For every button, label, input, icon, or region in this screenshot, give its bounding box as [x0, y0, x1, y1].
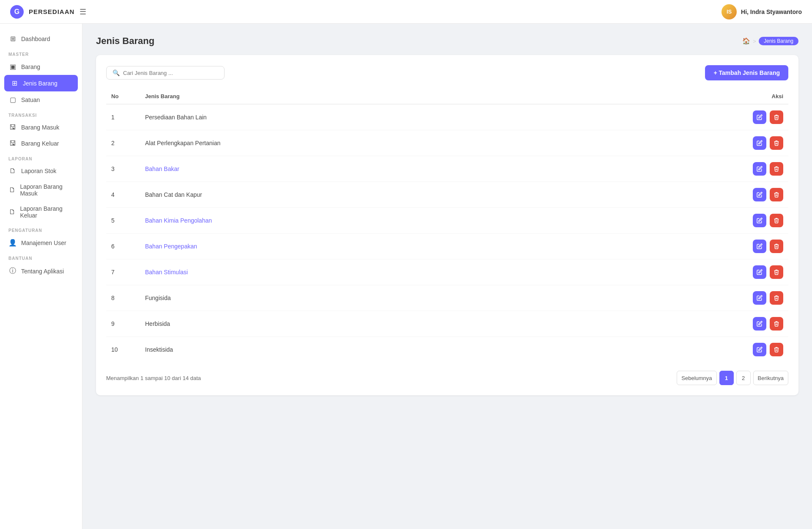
sidebar-label-barang-masuk: Barang Masuk: [21, 124, 59, 131]
top-navbar: G PERSEDIAAN ☰ IS Hi, Indra Styawantoro: [0, 0, 812, 24]
cell-jenis-barang: Alat Perlengkapan Pertanian: [140, 130, 738, 156]
cell-jenis-barang: Bahan Cat dan Kapur: [140, 182, 738, 208]
edit-button[interactable]: [753, 265, 766, 279]
cell-no: 4: [106, 182, 140, 208]
table-row: 6Bahan Pengepakan: [106, 234, 788, 259]
table-row: 5Bahan Kimia Pengolahan: [106, 208, 788, 234]
edit-button[interactable]: [753, 188, 766, 201]
dashboard-icon: ⊞: [8, 35, 17, 43]
table-row: 2Alat Perlengkapan Pertanian: [106, 130, 788, 156]
table-row: 9Herbisida: [106, 311, 788, 337]
cell-jenis-barang: Persediaan Bahan Lain: [140, 104, 738, 130]
action-buttons: [743, 110, 783, 124]
cell-aksi: [738, 208, 788, 234]
app-logo: G: [10, 5, 24, 19]
sidebar-item-laporan-keluar[interactable]: 🗋 Laporan Barang Keluar: [0, 201, 82, 223]
page-1-button[interactable]: 1: [719, 371, 734, 385]
action-buttons: [743, 343, 783, 356]
cell-no: 9: [106, 311, 140, 337]
edit-button[interactable]: [753, 317, 766, 331]
edit-button[interactable]: [753, 240, 766, 253]
edit-button[interactable]: [753, 291, 766, 305]
pagination-row: Menampilkan 1 sampai 10 dari 14 data Seb…: [106, 371, 788, 385]
topnav-right: IS Hi, Indra Styawantoro: [721, 4, 802, 19]
sidebar-item-barang-masuk[interactable]: 🖫 Barang Masuk: [0, 119, 82, 135]
delete-button[interactable]: [770, 136, 783, 150]
edit-button[interactable]: [753, 136, 766, 150]
cell-aksi: [738, 259, 788, 285]
jenis-barang-table: No Jenis Barang Aksi 1Persediaan Bahan L…: [106, 89, 788, 362]
col-aksi: Aksi: [738, 89, 788, 104]
col-no: No: [106, 89, 140, 104]
sidebar-item-laporan-stok[interactable]: 🗋 Laporan Stok: [0, 163, 82, 179]
sidebar-label-laporan-keluar: Laporan Barang Keluar: [20, 205, 74, 219]
sidebar-item-jenis-barang[interactable]: ⊞ Jenis Barang: [4, 75, 78, 91]
user-name: Indra Styawantoro: [750, 8, 802, 15]
table-row: 7Bahan Stimulasi: [106, 259, 788, 285]
edit-button[interactable]: [753, 110, 766, 124]
cell-no: 1: [106, 104, 140, 130]
sidebar-section-bantuan: BANTUAN: [0, 251, 82, 262]
delete-button[interactable]: [770, 317, 783, 331]
action-buttons: [743, 240, 783, 253]
sidebar-label-manajemen-user: Manajemen User: [21, 240, 66, 246]
cell-jenis-barang: Bahan Pengepakan: [140, 234, 738, 259]
main-content: Jenis Barang 🏠 > Jenis Barang 🔍 + Tambah…: [82, 24, 812, 529]
sidebar-item-barang[interactable]: ▣ Barang: [0, 58, 82, 75]
sidebar-item-tentang-aplikasi[interactable]: ⓘ Tentang Aplikasi: [0, 262, 82, 280]
page-2-button[interactable]: 2: [736, 371, 751, 385]
cell-jenis-barang: Bahan Stimulasi: [140, 259, 738, 285]
toolbar: 🔍 + Tambah Jenis Barang: [106, 65, 788, 80]
delete-button[interactable]: [770, 265, 783, 279]
sidebar-label-barang: Barang: [21, 63, 40, 70]
action-buttons: [743, 162, 783, 176]
delete-button[interactable]: [770, 188, 783, 201]
edit-button[interactable]: [753, 214, 766, 227]
sidebar-label-laporan-masuk: Laporan Barang Masuk: [20, 183, 74, 197]
delete-button[interactable]: [770, 240, 783, 253]
content-card: 🔍 + Tambah Jenis Barang No Jenis Barang …: [96, 55, 798, 395]
jenis-barang-icon: ⊞: [10, 79, 19, 87]
table-row: 10Insektisida: [106, 337, 788, 363]
sidebar-item-manajemen-user[interactable]: 👤 Manajemen User: [0, 234, 82, 251]
cell-jenis-barang: Insektisida: [140, 337, 738, 363]
pagination-info: Menampilkan 1 sampai 10 dari 14 data: [106, 375, 201, 381]
action-buttons: [743, 291, 783, 305]
next-page-button[interactable]: Berikutnya: [753, 371, 788, 385]
sidebar-item-satuan[interactable]: ▢ Satuan: [0, 91, 82, 108]
search-wrapper[interactable]: 🔍: [106, 66, 225, 80]
breadcrumb-home-icon: 🏠: [742, 37, 750, 45]
sidebar-item-barang-keluar[interactable]: 🖫 Barang Keluar: [0, 135, 82, 152]
menu-toggle-icon[interactable]: ☰: [80, 7, 86, 17]
sidebar-section-master: MASTER: [0, 47, 82, 58]
table-row: 1Persediaan Bahan Lain: [106, 104, 788, 130]
cell-aksi: [738, 130, 788, 156]
delete-button[interactable]: [770, 110, 783, 124]
barang-masuk-icon: 🖫: [8, 124, 17, 131]
cell-no: 10: [106, 337, 140, 363]
app-title: PERSEDIAAN: [29, 8, 74, 15]
avatar: IS: [721, 4, 737, 19]
edit-button[interactable]: [753, 162, 766, 176]
tentang-aplikasi-icon: ⓘ: [8, 267, 17, 276]
breadcrumb-current: Jenis Barang: [759, 37, 798, 45]
sidebar-item-dashboard[interactable]: ⊞ Dashboard: [0, 30, 82, 47]
table-row: 3Bahan Bakar: [106, 156, 788, 182]
cell-no: 8: [106, 285, 140, 311]
action-buttons: [743, 265, 783, 279]
cell-no: 6: [106, 234, 140, 259]
topnav-left: G PERSEDIAAN ☰: [10, 5, 86, 19]
edit-button[interactable]: [753, 343, 766, 356]
table-row: 4Bahan Cat dan Kapur: [106, 182, 788, 208]
search-input[interactable]: [123, 70, 218, 76]
cell-no: 7: [106, 259, 140, 285]
table-header: No Jenis Barang Aksi: [106, 89, 788, 104]
delete-button[interactable]: [770, 214, 783, 227]
laporan-stok-icon: 🗋: [8, 167, 17, 175]
delete-button[interactable]: [770, 291, 783, 305]
prev-page-button[interactable]: Sebelumnya: [677, 371, 716, 385]
add-jenis-barang-button[interactable]: + Tambah Jenis Barang: [705, 65, 788, 80]
delete-button[interactable]: [770, 162, 783, 176]
sidebar-item-laporan-masuk[interactable]: 🗋 Laporan Barang Masuk: [0, 179, 82, 201]
delete-button[interactable]: [770, 343, 783, 356]
